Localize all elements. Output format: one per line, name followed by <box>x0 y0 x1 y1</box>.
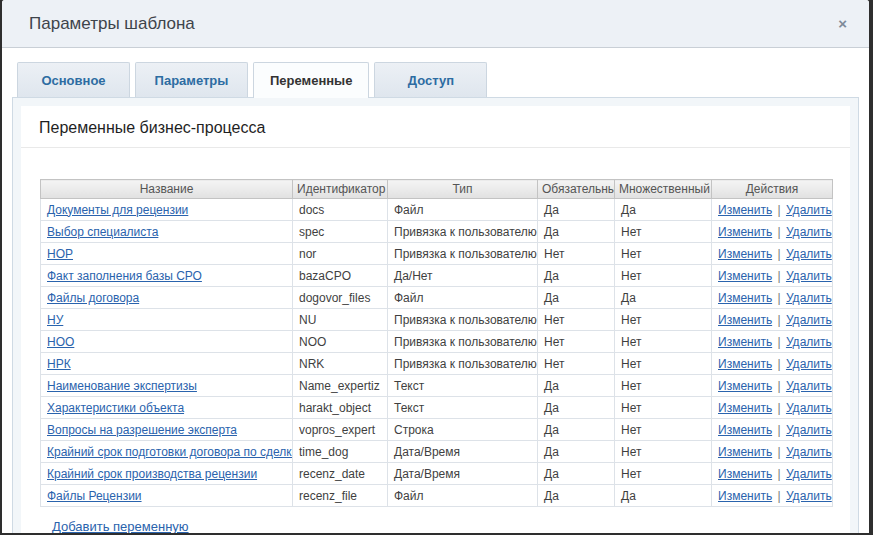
delete-link[interactable]: Удалить <box>786 313 832 327</box>
variable-type-cell: Привязка к пользователю <box>388 221 538 243</box>
table-row: Документы для рецензии docs Файл Да Да И… <box>41 199 833 221</box>
delete-link[interactable]: Удалить <box>786 225 832 239</box>
edit-link[interactable]: Изменить <box>718 247 772 261</box>
add-variable-link[interactable]: Добавить переменную <box>52 519 189 533</box>
edit-link[interactable]: Изменить <box>718 203 772 217</box>
table-row: Вопросы на разрешение эксперта vopros_ex… <box>41 419 833 441</box>
delete-link[interactable]: Удалить <box>786 445 832 459</box>
variable-id-cell: nor <box>293 243 388 265</box>
variable-required-cell: Нет <box>538 331 615 353</box>
variable-id-cell: spec <box>293 221 388 243</box>
variable-multiple-cell: Нет <box>615 419 712 441</box>
variable-type-cell: Файл <box>388 199 538 221</box>
edit-link[interactable]: Изменить <box>718 313 772 327</box>
variables-table: НазваниеИдентификаторТипОбязательныйМнож… <box>40 179 833 507</box>
dialog-header: Параметры шаблона × <box>2 0 869 48</box>
variable-multiple-cell: Нет <box>615 331 712 353</box>
variable-multiple-cell: Нет <box>615 353 712 375</box>
variable-multiple-cell: Нет <box>615 221 712 243</box>
tab-label: Переменные <box>270 73 352 88</box>
close-icon[interactable]: × <box>838 16 847 31</box>
variable-name-cell: НОО <box>41 331 293 353</box>
edit-link[interactable]: Изменить <box>718 335 772 349</box>
variable-name-link[interactable]: НОР <box>47 247 73 261</box>
variable-actions-cell: Изменить | Удалить <box>712 287 833 309</box>
delete-link[interactable]: Удалить <box>786 203 832 217</box>
edit-link[interactable]: Изменить <box>718 467 772 481</box>
edit-link[interactable]: Изменить <box>718 357 772 371</box>
edit-link[interactable]: Изменить <box>718 401 772 415</box>
table-header-row: НазваниеИдентификаторТипОбязательныйМнож… <box>41 180 833 199</box>
variable-name-link[interactable]: НОО <box>47 335 74 349</box>
delete-link[interactable]: Удалить <box>786 423 832 437</box>
delete-link[interactable]: Удалить <box>786 291 832 305</box>
tab-1[interactable]: Основное <box>17 62 130 97</box>
variable-multiple-cell: Нет <box>615 441 712 463</box>
variable-multiple-cell: Нет <box>615 309 712 331</box>
tab-4[interactable]: Доступ <box>374 62 487 97</box>
variable-name-link[interactable]: НРК <box>47 357 71 371</box>
variable-name-link[interactable]: Файлы договора <box>47 291 139 305</box>
variable-name-link[interactable]: Крайний срок производства рецензии <box>47 467 257 481</box>
variable-id-cell: time_dog <box>293 441 388 463</box>
edit-link[interactable]: Изменить <box>718 379 772 393</box>
variable-name-cell: Факт заполнения базы СРО <box>41 265 293 287</box>
variable-required-cell: Да <box>538 199 615 221</box>
variable-name-link[interactable]: Факт заполнения базы СРО <box>47 269 202 283</box>
variable-name-link[interactable]: Вопросы на разрешение эксперта <box>47 423 237 437</box>
variable-id-cell: Name_expertiz <box>293 375 388 397</box>
tab-2[interactable]: Параметры <box>135 62 248 97</box>
delete-link[interactable]: Удалить <box>786 269 832 283</box>
tab-label: Доступ <box>408 73 454 88</box>
delete-link[interactable]: Удалить <box>786 401 832 415</box>
action-separator: | <box>772 203 786 217</box>
variable-id-cell: dogovor_files <box>293 287 388 309</box>
variable-type-cell: Строка <box>388 419 538 441</box>
tab-label: Основное <box>41 73 105 88</box>
variable-required-cell: Да <box>538 265 615 287</box>
variable-id-cell: bazaCPO <box>293 265 388 287</box>
variable-name-cell: Вопросы на разрешение эксперта <box>41 419 293 441</box>
variable-name-link[interactable]: Документы для рецензии <box>47 203 188 217</box>
tab-3[interactable]: Переменные <box>253 62 369 98</box>
variable-actions-cell: Изменить | Удалить <box>712 309 833 331</box>
variable-actions-cell: Изменить | Удалить <box>712 353 833 375</box>
variable-actions-cell: Изменить | Удалить <box>712 419 833 441</box>
edit-link[interactable]: Изменить <box>718 291 772 305</box>
variable-required-cell: Да <box>538 287 615 309</box>
variable-required-cell: Нет <box>538 243 615 265</box>
table-row: Факт заполнения базы СРО bazaCPO Да/Нет … <box>41 265 833 287</box>
column-header: Название <box>41 180 293 199</box>
variable-name-link[interactable]: Наименование экспертизы <box>47 379 197 393</box>
action-separator: | <box>772 225 786 239</box>
variable-name-link[interactable]: Крайний срок подготовки договора по сдел… <box>47 445 293 459</box>
variable-name-link[interactable]: Файлы Рецензии <box>47 489 142 503</box>
delete-link[interactable]: Удалить <box>786 247 832 261</box>
variable-required-cell: Да <box>538 375 615 397</box>
variable-actions-cell: Изменить | Удалить <box>712 221 833 243</box>
delete-link[interactable]: Удалить <box>786 467 832 481</box>
edit-link[interactable]: Изменить <box>718 489 772 503</box>
table-row: НОР nor Привязка к пользователю Нет Нет … <box>41 243 833 265</box>
variable-multiple-cell: Нет <box>615 243 712 265</box>
delete-link[interactable]: Удалить <box>786 357 832 371</box>
delete-link[interactable]: Удалить <box>786 379 832 393</box>
variable-id-cell: docs <box>293 199 388 221</box>
variable-name-link[interactable]: Выбор специалиста <box>47 225 158 239</box>
delete-link[interactable]: Удалить <box>786 489 832 503</box>
variable-name-link[interactable]: Характеристики объекта <box>47 401 184 415</box>
action-separator: | <box>772 489 786 503</box>
edit-link[interactable]: Изменить <box>718 445 772 459</box>
edit-link[interactable]: Изменить <box>718 225 772 239</box>
action-separator: | <box>772 401 786 415</box>
variables-table-body: Документы для рецензии docs Файл Да Да И… <box>41 199 833 507</box>
variable-actions-cell: Изменить | Удалить <box>712 441 833 463</box>
variable-type-cell: Привязка к пользователю <box>388 309 538 331</box>
dialog-body: Основное Параметры Переменные Доступ Пер… <box>2 48 869 533</box>
delete-link[interactable]: Удалить <box>786 335 832 349</box>
template-parameters-dialog: Параметры шаблона × Основное Параметры П… <box>2 0 869 533</box>
edit-link[interactable]: Изменить <box>718 423 772 437</box>
edit-link[interactable]: Изменить <box>718 269 772 283</box>
variable-name-link[interactable]: НУ <box>47 313 63 327</box>
variables-table-head: НазваниеИдентификаторТипОбязательныйМнож… <box>41 180 833 199</box>
